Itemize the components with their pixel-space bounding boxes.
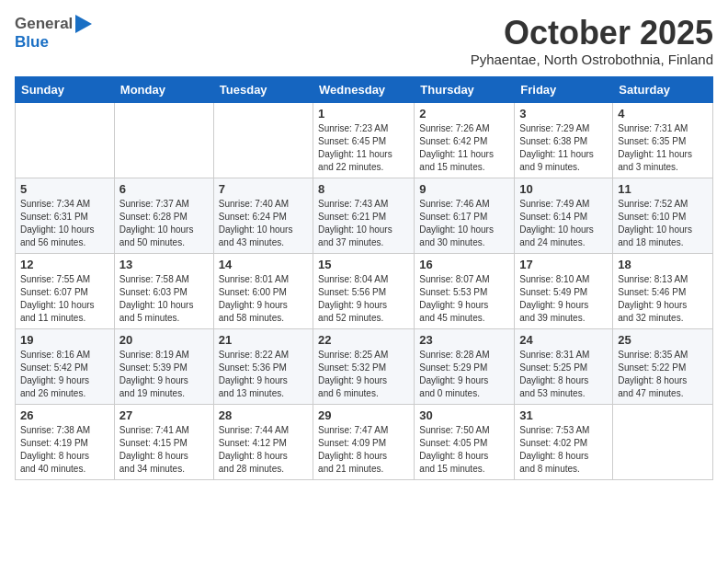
month-title: October 2025: [471, 15, 713, 52]
day-info: Sunrise: 7:34 AM Sunset: 6:31 PM Dayligh…: [20, 198, 109, 249]
calendar-week-5: 26Sunrise: 7:38 AM Sunset: 4:19 PM Dayli…: [16, 404, 713, 479]
calendar-cell: [16, 102, 115, 178]
day-info: Sunrise: 7:29 AM Sunset: 6:38 PM Dayligh…: [519, 122, 608, 174]
calendar-cell: 5Sunrise: 7:34 AM Sunset: 6:31 PM Daylig…: [16, 178, 115, 253]
calendar-week-4: 19Sunrise: 8:16 AM Sunset: 5:42 PM Dayli…: [16, 328, 713, 404]
day-info: Sunrise: 7:46 AM Sunset: 6:17 PM Dayligh…: [419, 198, 509, 249]
day-number: 8: [318, 182, 409, 196]
day-info: Sunrise: 7:49 AM Sunset: 6:14 PM Dayligh…: [519, 198, 608, 249]
day-info: Sunrise: 7:55 AM Sunset: 6:07 PM Dayligh…: [20, 273, 109, 325]
day-info: Sunrise: 8:10 AM Sunset: 5:49 PM Dayligh…: [519, 273, 608, 325]
calendar-cell: 7Sunrise: 7:40 AM Sunset: 6:24 PM Daylig…: [213, 178, 313, 253]
calendar-cell: 31Sunrise: 7:53 AM Sunset: 4:02 PM Dayli…: [515, 404, 613, 479]
day-info: Sunrise: 8:22 AM Sunset: 5:36 PM Dayligh…: [219, 349, 308, 400]
day-number: 28: [219, 408, 308, 422]
day-info: Sunrise: 7:44 AM Sunset: 4:12 PM Dayligh…: [219, 424, 308, 476]
calendar-cell: 3Sunrise: 7:29 AM Sunset: 6:38 PM Daylig…: [515, 102, 613, 178]
day-info: Sunrise: 7:41 AM Sunset: 4:15 PM Dayligh…: [119, 424, 209, 476]
day-info: Sunrise: 7:58 AM Sunset: 6:03 PM Dayligh…: [119, 273, 209, 325]
day-number: 22: [318, 333, 409, 347]
logo-blue: Blue: [15, 33, 49, 51]
calendar-cell: 22Sunrise: 8:25 AM Sunset: 5:32 PM Dayli…: [313, 328, 415, 404]
title-area: October 2025 Pyhaentae, North Ostrobothn…: [471, 15, 713, 67]
calendar-cell: 18Sunrise: 8:13 AM Sunset: 5:46 PM Dayli…: [613, 253, 713, 328]
calendar-cell: 28Sunrise: 7:44 AM Sunset: 4:12 PM Dayli…: [213, 404, 313, 479]
calendar-cell: 16Sunrise: 8:07 AM Sunset: 5:53 PM Dayli…: [415, 253, 515, 328]
calendar-cell: 9Sunrise: 7:46 AM Sunset: 6:17 PM Daylig…: [415, 178, 515, 253]
day-info: Sunrise: 7:23 AM Sunset: 6:45 PM Dayligh…: [318, 122, 409, 174]
calendar-cell: 11Sunrise: 7:52 AM Sunset: 6:10 PM Dayli…: [613, 178, 713, 253]
calendar-week-1: 1Sunrise: 7:23 AM Sunset: 6:45 PM Daylig…: [16, 102, 713, 178]
calendar-header-row: SundayMondayTuesdayWednesdayThursdayFrid…: [16, 76, 713, 102]
day-number: 15: [318, 258, 409, 271]
calendar-cell: 6Sunrise: 7:37 AM Sunset: 6:28 PM Daylig…: [114, 178, 213, 253]
weekday-header-friday: Friday: [515, 76, 613, 102]
day-info: Sunrise: 8:01 AM Sunset: 6:00 PM Dayligh…: [219, 273, 308, 325]
day-number: 26: [20, 408, 109, 422]
calendar-cell: [613, 404, 713, 479]
day-number: 25: [618, 333, 708, 347]
calendar-cell: 20Sunrise: 8:19 AM Sunset: 5:39 PM Dayli…: [114, 328, 213, 404]
calendar-cell: 27Sunrise: 7:41 AM Sunset: 4:15 PM Dayli…: [114, 404, 213, 479]
calendar-cell: 2Sunrise: 7:26 AM Sunset: 6:42 PM Daylig…: [415, 102, 515, 178]
day-number: 18: [618, 258, 708, 271]
logo: General Blue: [15, 15, 92, 52]
day-info: Sunrise: 7:43 AM Sunset: 6:21 PM Dayligh…: [318, 198, 409, 249]
day-number: 14: [219, 258, 308, 271]
day-info: Sunrise: 8:19 AM Sunset: 5:39 PM Dayligh…: [119, 349, 209, 400]
day-number: 20: [119, 333, 209, 347]
calendar-cell: 21Sunrise: 8:22 AM Sunset: 5:36 PM Dayli…: [213, 328, 313, 404]
day-info: Sunrise: 7:26 AM Sunset: 6:42 PM Dayligh…: [419, 122, 509, 174]
day-info: Sunrise: 8:07 AM Sunset: 5:53 PM Dayligh…: [419, 273, 509, 325]
day-info: Sunrise: 7:52 AM Sunset: 6:10 PM Dayligh…: [618, 198, 708, 249]
day-info: Sunrise: 7:37 AM Sunset: 6:28 PM Dayligh…: [119, 198, 209, 249]
day-number: 9: [419, 182, 509, 196]
day-info: Sunrise: 7:53 AM Sunset: 4:02 PM Dayligh…: [519, 424, 608, 476]
weekday-header-tuesday: Tuesday: [213, 76, 313, 102]
page-header: General Blue October 2025 Pyhaentae, Nor…: [15, 15, 713, 67]
day-number: 30: [419, 408, 509, 422]
day-number: 1: [318, 107, 409, 121]
day-number: 13: [119, 258, 209, 271]
calendar-cell: 25Sunrise: 8:35 AM Sunset: 5:22 PM Dayli…: [613, 328, 713, 404]
weekday-header-wednesday: Wednesday: [313, 76, 415, 102]
calendar-cell: 15Sunrise: 8:04 AM Sunset: 5:56 PM Dayli…: [313, 253, 415, 328]
day-number: 2: [419, 107, 509, 121]
day-info: Sunrise: 8:35 AM Sunset: 5:22 PM Dayligh…: [618, 349, 708, 400]
calendar-cell: 26Sunrise: 7:38 AM Sunset: 4:19 PM Dayli…: [16, 404, 115, 479]
location: Pyhaentae, North Ostrobothnia, Finland: [471, 52, 713, 67]
day-info: Sunrise: 7:31 AM Sunset: 6:35 PM Dayligh…: [618, 122, 708, 174]
day-number: 4: [618, 107, 708, 121]
day-number: 31: [519, 408, 608, 422]
day-number: 27: [119, 408, 209, 422]
day-number: 29: [318, 408, 409, 422]
day-info: Sunrise: 8:04 AM Sunset: 5:56 PM Dayligh…: [318, 273, 409, 325]
weekday-header-monday: Monday: [114, 76, 213, 102]
calendar-cell: 1Sunrise: 7:23 AM Sunset: 6:45 PM Daylig…: [313, 102, 415, 178]
day-number: 23: [419, 333, 509, 347]
calendar-cell: 12Sunrise: 7:55 AM Sunset: 6:07 PM Dayli…: [16, 253, 115, 328]
calendar-cell: 29Sunrise: 7:47 AM Sunset: 4:09 PM Dayli…: [313, 404, 415, 479]
day-number: 12: [20, 258, 109, 271]
day-number: 10: [519, 182, 608, 196]
day-number: 5: [20, 182, 109, 196]
day-info: Sunrise: 7:40 AM Sunset: 6:24 PM Dayligh…: [219, 198, 308, 249]
day-info: Sunrise: 8:13 AM Sunset: 5:46 PM Dayligh…: [618, 273, 708, 325]
day-number: 21: [219, 333, 308, 347]
day-number: 24: [519, 333, 608, 347]
day-info: Sunrise: 8:31 AM Sunset: 5:25 PM Dayligh…: [519, 349, 608, 400]
calendar-cell: 24Sunrise: 8:31 AM Sunset: 5:25 PM Dayli…: [515, 328, 613, 404]
calendar-cell: [114, 102, 213, 178]
calendar-cell: [213, 102, 313, 178]
calendar-cell: 30Sunrise: 7:50 AM Sunset: 4:05 PM Dayli…: [415, 404, 515, 479]
day-number: 6: [119, 182, 209, 196]
calendar-cell: 4Sunrise: 7:31 AM Sunset: 6:35 PM Daylig…: [613, 102, 713, 178]
calendar-cell: 14Sunrise: 8:01 AM Sunset: 6:00 PM Dayli…: [213, 253, 313, 328]
calendar-week-3: 12Sunrise: 7:55 AM Sunset: 6:07 PM Dayli…: [16, 253, 713, 328]
calendar-table: SundayMondayTuesdayWednesdayThursdayFrid…: [15, 76, 713, 480]
day-info: Sunrise: 7:47 AM Sunset: 4:09 PM Dayligh…: [318, 424, 409, 476]
calendar-cell: 10Sunrise: 7:49 AM Sunset: 6:14 PM Dayli…: [515, 178, 613, 253]
day-info: Sunrise: 8:25 AM Sunset: 5:32 PM Dayligh…: [318, 349, 409, 400]
weekday-header-thursday: Thursday: [415, 76, 515, 102]
weekday-header-sunday: Sunday: [16, 76, 115, 102]
